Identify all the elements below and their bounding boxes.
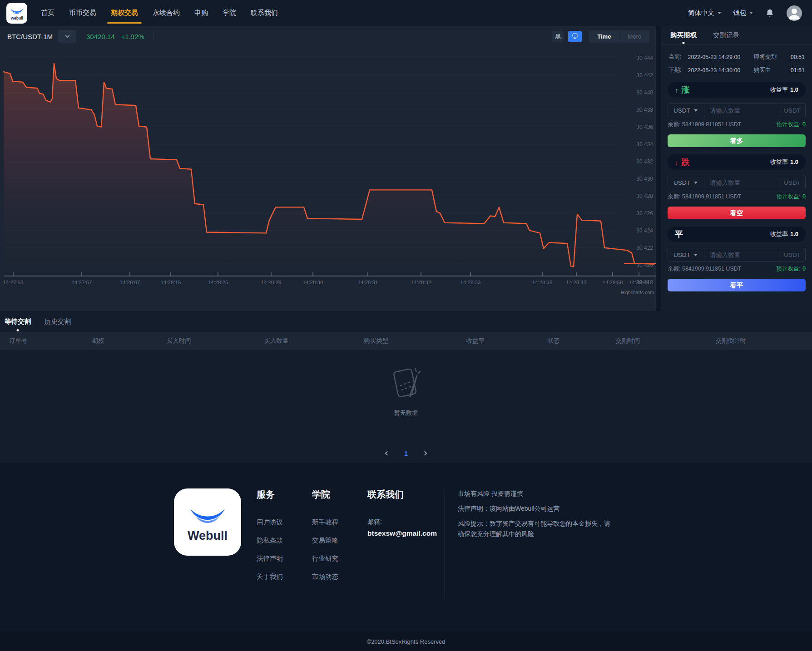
next-page-button[interactable] [423,452,426,455]
profit-value: 0 [802,193,806,200]
buy-flat-button[interactable]: 看平 [668,279,806,291]
currency-label: USDT [673,252,690,258]
change-percent: +1.92% [121,33,144,40]
empty-state: 暂无数据 [385,364,427,417]
rate-value: 1.0 [790,231,798,237]
email-label: 邮箱: [367,518,440,526]
section-down-label: 跌 [682,157,690,168]
chevron-down-icon [694,254,698,256]
symbol-dropdown[interactable] [58,30,76,43]
footer-column-services: 服务 用户协议 隐私条款 法律声明 关于我们 [257,488,297,631]
profit-value: 0 [802,121,806,128]
chevron-down-icon [749,12,753,14]
page-number[interactable]: 1 [404,449,408,457]
interval-time-button[interactable]: Time [589,30,619,43]
nav-item-academy[interactable]: 学院 [222,0,237,26]
buy-up-button[interactable]: 看多 [668,134,806,147]
footer-heading-contact: 联系我们 [367,488,440,501]
chart-style-button[interactable] [568,31,582,42]
price-chart[interactable]: 30 44430 44230 44030 43830 43630 43430 4… [0,47,656,297]
email-address[interactable]: btsexsw@gmail.com [367,529,440,538]
risk-line: 市场有风险 投资需谨慎 [458,488,703,499]
user-avatar[interactable] [787,5,802,21]
svg-text:14:28:58: 14:28:58 [603,280,623,285]
rate-value: 1.0 [790,158,798,165]
svg-text:30 444: 30 444 [636,55,653,61]
bell-icon[interactable] [765,8,775,18]
column-buy-amount: 买入数量 [255,337,355,345]
chart-panel: BTC/USDT-1M 30420.14 +1.92% 黑 Time More [0,26,656,311]
tab-history-settlement[interactable]: 历史交割 [45,317,71,326]
currency-select-up[interactable]: USDT [668,104,704,117]
nav-item-subscribe[interactable]: 申购 [193,0,209,26]
chevron-down-icon [694,109,698,112]
tab-settlement-records[interactable]: 交割记录 [713,31,739,39]
nav-item-options-trade[interactable]: 期权交易 [110,0,139,26]
prev-page-button[interactable] [386,452,389,455]
balance-label: 余额: [668,266,680,272]
footer-logo-text: Webull [188,529,228,543]
column-settle-time: 交割时间 [607,337,707,345]
amount-input-up[interactable] [704,104,779,117]
column-buy-type: 购买类型 [355,337,457,345]
tab-pending-settlement[interactable]: 等待交割 [5,317,31,326]
section-flat: 平 收益率1.0 USDT USDT 余额: 5841909.911851 US… [668,227,806,291]
nav-item-home[interactable]: 首页 [40,0,55,26]
webull-logo[interactable]: Webull [6,3,27,24]
current-round-label: 当前: [668,53,688,61]
next-round-status: 购买中 [754,66,791,74]
theme-dark-button[interactable]: 黑 [552,31,564,42]
monitor-icon [571,33,579,40]
risk-line: 法律声明：该网站由Webull公司运营 [458,503,703,514]
footer-link-tutorial[interactable]: 新手教程 [312,518,352,527]
footer-link-legal[interactable]: 法律声明 [257,554,297,563]
footer-link-about[interactable]: 关于我们 [257,572,297,581]
chevron-down-icon [65,34,69,38]
footer-link-privacy[interactable]: 隐私条款 [257,536,297,545]
svg-text:14:28:26: 14:28:26 [261,280,282,285]
profit-label: 预计收益: [777,193,801,200]
wallet-label: 钱包 [733,9,746,17]
buy-down-button[interactable]: 看空 [668,207,806,219]
section-up-label: 涨 [682,84,690,95]
currency-select-down[interactable]: USDT [668,176,704,189]
risk-line: 风险提示：数字资产交易有可能导致您的本金损失，请 [458,518,703,529]
svg-text:14:28:25: 14:28:25 [208,280,228,285]
footer-link-market-news[interactable]: 市场动态 [312,572,352,581]
section-up-header: ↑涨 收益率1.0 [668,82,806,98]
amount-input-flat[interactable] [704,248,779,261]
amount-input-down[interactable] [704,176,779,189]
price-chart-svg: 30 44430 44230 44030 43830 43630 43430 4… [0,47,656,297]
chevron-left-icon [385,451,389,455]
crescent-moon-icon [184,502,231,531]
next-round-time: 2022-05-23 14:30:00 [688,67,754,74]
nav-item-spot-trade[interactable]: 币币交易 [68,0,97,26]
language-selector[interactable]: 简体中文 [688,9,721,17]
empty-state-text: 暂无数据 [385,409,427,417]
svg-text:14:29:09: 14:29:09 [629,280,649,285]
footer-link-user-agreement[interactable]: 用户协议 [257,518,297,527]
nav-item-perpetual[interactable]: 永续合约 [152,0,181,26]
footer-column-academy: 学院 新手教程 交易策略 行业研究 市场动态 [312,488,352,631]
main-nav: 首页 币币交易 期权交易 永续合约 申购 学院 联系我们 [40,0,292,26]
section-down-header: ↓跌 收益率1.0 [668,154,806,170]
rate-value: 1.0 [790,86,798,93]
footer-logo: Webull [174,488,241,556]
svg-text:14:28:07: 14:28:07 [120,280,140,285]
footer-link-research[interactable]: 行业研究 [312,554,352,563]
wallet-menu[interactable]: 钱包 [733,9,753,17]
amount-unit: USDT [779,248,805,261]
tab-buy-options[interactable]: 购买期权 [670,31,697,39]
balance-value: 5841909.911851 USDT [682,266,741,272]
current-round-time: 2022-05-23 14:29:00 [688,54,754,60]
currency-select-flat[interactable]: USDT [668,248,704,261]
nav-item-contact[interactable]: 联系我们 [250,0,279,26]
arrow-down-icon: ↓ [675,158,678,166]
svg-text:30 438: 30 438 [636,107,653,113]
orders-table-header: 订单号 期权 买入时间 买入数量 购买类型 收益率 状态 交割时间 交割倒计时 [0,332,812,350]
interval-more-button[interactable]: More [619,30,649,43]
column-settle-countdown: 交割倒计时 [707,337,812,345]
svg-text:30 426: 30 426 [636,210,653,217]
footer-link-strategy[interactable]: 交易策略 [312,536,352,545]
profit-label: 预计收益: [777,121,801,128]
